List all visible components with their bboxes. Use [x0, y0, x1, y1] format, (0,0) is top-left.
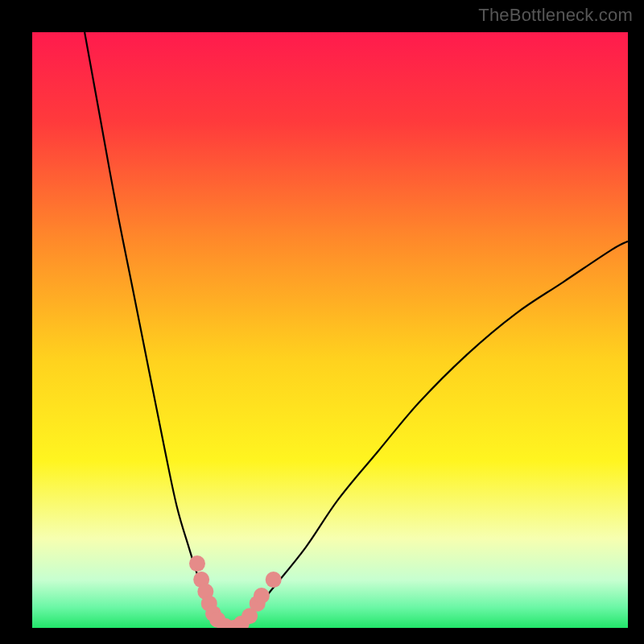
chart-background	[32, 32, 628, 628]
data-point	[266, 572, 282, 588]
attribution-label: TheBottleneck.com	[478, 5, 633, 26]
bottleneck-chart	[32, 32, 628, 628]
data-point	[254, 588, 270, 604]
chart-stage: TheBottleneck.com	[0, 0, 644, 644]
data-point	[189, 555, 205, 572]
